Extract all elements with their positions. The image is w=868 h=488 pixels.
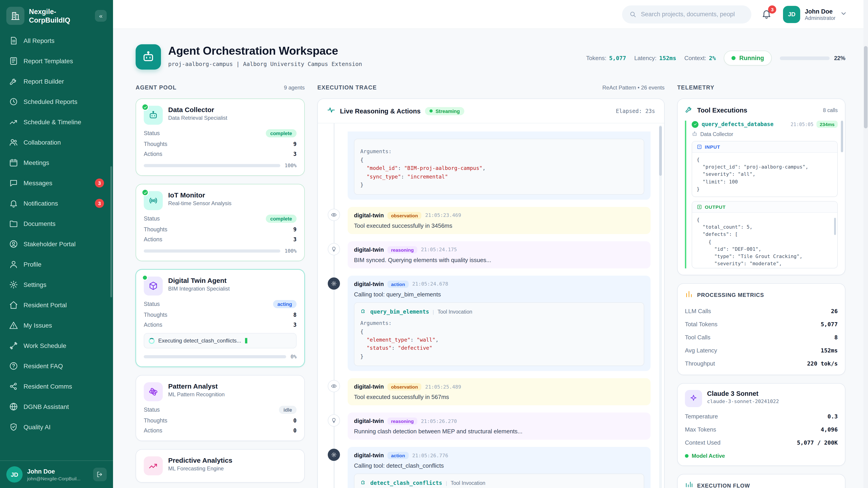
share-nodes-icon: [9, 382, 18, 391]
sidebar-item-label: My Issues: [24, 322, 52, 329]
agent-card-predictive-analytics[interactable]: Predictive Analytics ML Forecasting Engi…: [135, 449, 305, 483]
status-badge: acting: [273, 300, 297, 308]
avatar: JD: [783, 6, 800, 23]
logout-button[interactable]: [93, 468, 107, 481]
page-scrollbar-thumb[interactable]: [864, 46, 868, 128]
metric-row: Throughput220 tok/s: [678, 357, 845, 370]
agent-pool-title: AGENT POOL: [135, 85, 177, 91]
sparkle-icon: [685, 390, 702, 407]
sidebar-header: Nexgile-CorpBuildIQ «: [0, 0, 113, 30]
sidebar-item-scheduled-reports[interactable]: Scheduled Reports: [4, 91, 108, 111]
check-icon: [142, 103, 149, 111]
user-menu[interactable]: JD John Doe Administrator: [783, 6, 847, 23]
sidebar-item-label: Report Templates: [24, 57, 73, 64]
code-block: { "element_type": "wall", "status": "def…: [360, 327, 638, 361]
processing-metrics-card: PROCESSING METRICS LLM Calls26 Total Tok…: [677, 283, 845, 375]
metric-row: Avg Latency152ms: [678, 344, 845, 357]
sidebar-item-report-builder[interactable]: Report Builder: [4, 71, 108, 91]
trace-event: digital-twin reasoning 21:05:26.270 Runn…: [328, 413, 651, 440]
event-type-badge: observation: [388, 212, 422, 219]
users-icon: [9, 138, 18, 147]
sidebar-item-label: Resident Comms: [24, 383, 72, 390]
sidebar-item-resident-comms[interactable]: Resident Comms: [4, 376, 108, 396]
tool-card-scrollbar[interactable]: [841, 121, 843, 152]
messages-count-badge: 3: [95, 178, 104, 187]
sidebar-item-collaboration[interactable]: Collaboration: [4, 132, 108, 152]
wrench-icon: [685, 105, 693, 115]
tool-execution-entry[interactable]: query_defects_database 21:05:05 234ms Da…: [685, 121, 838, 268]
check-icon: [692, 121, 699, 128]
code-block: { "project_id": "proj-aalborg-campus", "…: [692, 153, 837, 197]
search-icon: [629, 10, 637, 18]
tool-invocation-block: detect_clash_conflicts | Tool Invocation…: [354, 474, 644, 488]
sidebar-item-label: DGNB Assistant: [24, 403, 69, 410]
code-block: { "total_count": 5, "defects": [ { "id":…: [692, 213, 837, 268]
search-input[interactable]: [641, 11, 744, 18]
sidebar-item-label: Resident Portal: [24, 301, 67, 308]
duration-badge: 234ms: [817, 121, 838, 128]
sidebar-collapse-button[interactable]: «: [95, 10, 107, 22]
event-type-badge: observation: [388, 383, 422, 390]
overall-progress: 22%: [780, 55, 845, 61]
sidebar-item-messages[interactable]: Messages 3: [4, 173, 108, 193]
active-dot: [142, 275, 148, 281]
sidebar-item-stakeholder-portal[interactable]: Stakeholder Portal: [4, 234, 108, 254]
agent-card-digital-twin[interactable]: Digital Twin Agent BIM Integration Speci…: [135, 269, 305, 367]
bell-icon: [9, 199, 18, 207]
page-scrollbar[interactable]: [864, 0, 868, 488]
shield-check-icon: [9, 422, 18, 431]
agent-card-iot-monitor[interactable]: IoT Monitor Real-time Sensor Analysis St…: [135, 184, 305, 261]
sidebar-item-meetings[interactable]: Meetings: [4, 152, 108, 173]
sidebar-item-all-reports[interactable]: All Reports: [4, 30, 108, 51]
robot-icon: [692, 131, 698, 137]
sidebar-item-label: Stakeholder Portal: [24, 240, 75, 248]
user-icon: [9, 260, 18, 269]
stat-tokens: Tokens: 5,077: [586, 55, 626, 61]
code-block: { "model_id": "BIM-proj-aalborg-campus",…: [360, 156, 638, 189]
gear-icon: [328, 449, 340, 461]
sidebar-item-resident-portal[interactable]: Resident Portal: [4, 295, 108, 315]
sidebar-item-notifications[interactable]: Notifications 3: [4, 193, 108, 213]
sidebar: Nexgile-CorpBuildIQ « All Reports Report…: [0, 0, 113, 488]
tool-executions-card: Tool Executions 8 calls query_defects_da…: [677, 98, 845, 275]
warning-triangle-icon: [9, 321, 18, 330]
agent-pool-column: AGENT POOL 9 agents Data Collector: [135, 83, 305, 488]
tool-invocation-block: query_bim_elements | Tool Invocation Arg…: [354, 302, 644, 366]
chevron-down-icon: [840, 10, 847, 19]
status-badge: Running: [724, 51, 772, 66]
sidebar-item-report-templates[interactable]: Report Templates: [4, 51, 108, 71]
sidebar-scrollbar[interactable]: [110, 166, 112, 297]
metric-row: LLM Calls26: [678, 304, 845, 318]
sidebar-item-quality-ai[interactable]: Quality AI: [4, 417, 108, 437]
telemetry-title: TELEMETRY: [677, 85, 715, 91]
sidebar-item-documents[interactable]: Documents: [4, 213, 108, 234]
sidebar-item-profile[interactable]: Profile: [4, 254, 108, 274]
sidebar-item-settings[interactable]: Settings: [4, 274, 108, 295]
sidebar-item-label: Schedule & Timeline: [24, 118, 81, 125]
agent-card-data-collector[interactable]: Data Collector Data Retrieval Specialist…: [135, 98, 305, 176]
output-scrollbar[interactable]: [834, 218, 836, 235]
sidebar-item-schedule-timeline[interactable]: Schedule & Timeline: [4, 111, 108, 132]
notification-count-badge: 3: [768, 5, 776, 13]
active-dot: [685, 454, 688, 458]
main-area: 3 JD John Doe Administrator Age: [113, 0, 868, 488]
topbar: 3 JD John Doe Administrator: [113, 0, 868, 29]
metric-row: Context Used5,077 / 200K: [678, 436, 845, 449]
trace-event: digital-twin reasoning 21:05:24.175 BIM …: [328, 241, 651, 268]
robot-icon: [135, 44, 161, 70]
trace-event-partial: Arguments: { "model_id": "BIM-proj-aalbo…: [328, 131, 651, 199]
folder-icon: [9, 219, 18, 228]
notifications-button[interactable]: 3: [762, 8, 773, 20]
sidebar-item-resident-faq[interactable]: Resident FAQ: [4, 356, 108, 376]
status-badge: idle: [279, 406, 297, 414]
agent-card-pattern-analyst[interactable]: Pattern Analyst ML Pattern Recognition S…: [135, 375, 305, 441]
status-dot: [732, 56, 736, 60]
trace-event: digital-twin observation 21:05:23.469 To…: [328, 207, 651, 234]
sidebar-item-dgnb-assistant[interactable]: DGNB Assistant: [4, 396, 108, 417]
sidebar-item-my-issues[interactable]: My Issues: [4, 315, 108, 335]
trace-scrollbar[interactable]: [659, 125, 662, 488]
trace-event: digital-twin observation 21:05:25.489 To…: [328, 378, 651, 405]
execution-flow-card: EXECUTION FLOW 1 Data Collection: [677, 474, 845, 488]
sidebar-item-work-schedule[interactable]: Work Schedule: [4, 335, 108, 356]
trace-meta: ReAct Pattern • 26 events: [602, 85, 664, 91]
